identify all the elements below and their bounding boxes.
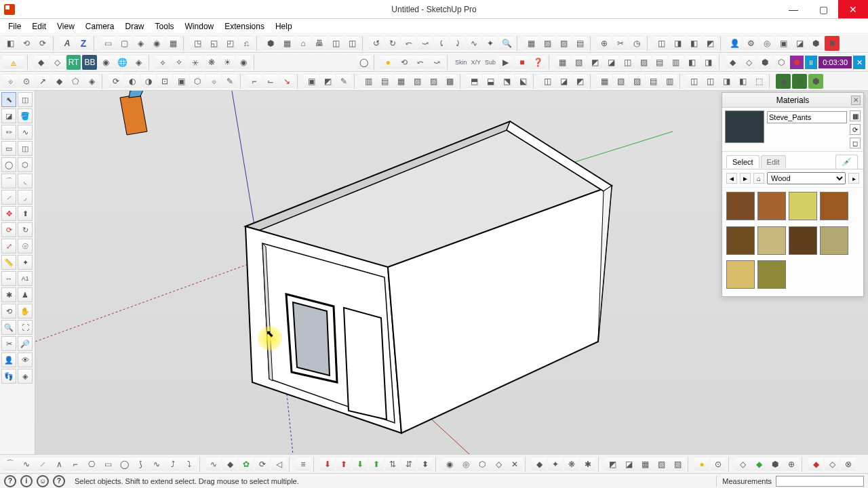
position-camera-icon[interactable]: 👤: [1, 352, 16, 367]
tool-icon[interactable]: ▧: [613, 74, 628, 89]
tool-icon[interactable]: ❓: [531, 55, 546, 70]
tool-icon[interactable]: ⤹: [434, 36, 449, 51]
tool-icon[interactable]: ▦: [524, 36, 538, 51]
tool-icon[interactable]: ⤸: [450, 36, 465, 51]
tool-icon[interactable]: ▥: [361, 74, 376, 89]
tool-icon[interactable]: ◈: [131, 55, 146, 70]
tool-icon[interactable]: 🌐: [115, 55, 130, 70]
tool-icon[interactable]: ●: [380, 55, 395, 70]
tool-icon[interactable]: ⬢: [808, 36, 823, 51]
tool-icon[interactable]: ◆: [532, 457, 547, 472]
zoom-extents-icon[interactable]: ⛶: [18, 320, 33, 335]
tool-icon[interactable]: ◎: [458, 457, 473, 472]
tool-icon[interactable]: ✦: [18, 255, 33, 270]
tool-icon[interactable]: ⚙: [743, 36, 758, 51]
record-icon[interactable]: [790, 56, 804, 69]
menu-file[interactable]: File: [3, 20, 26, 33]
paint-tool-icon[interactable]: 🪣: [18, 108, 33, 123]
tool-icon[interactable]: ◪: [604, 55, 618, 70]
tool-icon[interactable]: ⬢: [808, 74, 823, 89]
pan-tool-icon[interactable]: ✋: [18, 304, 33, 319]
tool-icon[interactable]: ⬡: [190, 74, 205, 89]
tool-icon[interactable]: ✧: [172, 55, 186, 70]
tool-icon[interactable]: ⌙: [263, 74, 278, 89]
tool-icon[interactable]: ∿: [149, 457, 164, 472]
rectangle-tool-icon[interactable]: ▭: [1, 141, 16, 156]
tape-tool-icon[interactable]: 📏: [1, 255, 16, 270]
tool-icon[interactable]: ☀: [220, 55, 235, 70]
tool-icon[interactable]: ↻: [385, 36, 400, 51]
menu-edit[interactable]: Edit: [26, 20, 52, 33]
tool-icon[interactable]: ▥: [669, 55, 684, 70]
tool-icon[interactable]: ▦: [165, 36, 180, 51]
line-tool-icon[interactable]: ✏: [1, 125, 16, 140]
tool-icon[interactable]: ✂: [1, 336, 16, 351]
tool-icon[interactable]: ◩: [320, 74, 335, 89]
tool-icon[interactable]: ◈: [84, 74, 99, 89]
tool-icon[interactable]: ⊙: [711, 457, 726, 472]
tool-icon[interactable]: ▧: [410, 74, 425, 89]
tool-icon[interactable]: ↺: [369, 36, 384, 51]
tool-icon[interactable]: ◉: [149, 36, 164, 51]
eyedropper-icon[interactable]: 💉: [835, 155, 858, 169]
tool-icon[interactable]: ⬇: [320, 457, 335, 472]
tab-edit[interactable]: Edit: [761, 155, 786, 168]
tool-icon[interactable]: ⬔: [499, 74, 514, 89]
minimize-button[interactable]: —: [778, 0, 808, 18]
menu-help[interactable]: Help: [270, 20, 298, 33]
nav-forward-icon[interactable]: ►: [740, 173, 751, 184]
tool-icon[interactable]: 🖶: [312, 36, 327, 51]
tool-icon[interactable]: ⟋: [35, 457, 50, 472]
tool-icon[interactable]: ◇: [792, 74, 807, 89]
tool-icon[interactable]: ◆: [808, 457, 823, 472]
dimension-tool-icon[interactable]: ↔: [1, 271, 16, 286]
tool-icon[interactable]: 🔍: [499, 36, 514, 51]
tool-icon[interactable]: ⌒: [3, 457, 18, 472]
section-tool-icon[interactable]: ◈: [18, 369, 33, 384]
materials-header[interactable]: Materials ✕: [722, 93, 863, 108]
tool-icon[interactable]: ◞: [18, 190, 33, 205]
tool-icon[interactable]: ⤺: [401, 36, 416, 51]
tool-icon[interactable]: ▤: [646, 74, 660, 89]
walk-tool-icon[interactable]: 👣: [1, 369, 16, 384]
tool-icon[interactable]: ⟆: [133, 457, 148, 472]
tool-icon[interactable]: ⟳: [108, 74, 123, 89]
nav-home-icon[interactable]: ⌂: [753, 173, 764, 184]
tool-icon[interactable]: ◫: [686, 74, 701, 89]
tool-icon[interactable]: ◧: [685, 55, 700, 70]
tool-icon[interactable]: ▨: [670, 457, 685, 472]
tool-icon[interactable]: ◟: [18, 174, 33, 188]
tool-icon[interactable]: ⎔: [84, 457, 99, 472]
tool-icon[interactable]: ◫: [18, 92, 33, 107]
tool-icon[interactable]: ◩: [703, 36, 717, 51]
menu-camera[interactable]: Camera: [80, 20, 120, 33]
axes-tool-icon[interactable]: ✱: [1, 287, 16, 302]
circle-tool-icon[interactable]: ◯: [1, 157, 16, 172]
material-swatch[interactable]: [757, 226, 786, 255]
tool-icon[interactable]: ◫: [540, 74, 555, 89]
tool-icon[interactable]: ✱: [580, 457, 595, 472]
rotate-tool-icon[interactable]: ⟳: [1, 222, 16, 237]
scale-tool-icon[interactable]: ⤢: [1, 239, 16, 253]
tool-icon[interactable]: ▣: [776, 36, 791, 51]
tool-icon[interactable]: ∿: [19, 457, 34, 472]
tool-icon[interactable]: ⌐: [247, 74, 262, 89]
material-swatch[interactable]: [820, 192, 848, 220]
tool-icon[interactable]: ⬢: [263, 36, 278, 51]
tool-icon[interactable]: ⬠: [68, 74, 83, 89]
recorder-close-icon[interactable]: ✕: [853, 56, 865, 69]
followme-tool-icon[interactable]: ↻: [18, 222, 33, 237]
tool-icon[interactable]: ◩: [572, 74, 587, 89]
arc-tool-icon[interactable]: ⌒: [1, 174, 16, 188]
tool-icon[interactable]: ⊕: [597, 36, 612, 51]
tool-icon[interactable]: ▦: [637, 457, 652, 472]
tool-icon[interactable]: ⬍: [418, 457, 433, 472]
current-material-swatch[interactable]: [725, 110, 764, 143]
mirror-tool-icon[interactable]: ⟁: [3, 55, 24, 70]
tool-icon[interactable]: ▨: [629, 74, 644, 89]
tool-icon[interactable]: ◨: [670, 36, 685, 51]
tool-icon[interactable]: ◇: [825, 457, 840, 472]
tool-icon[interactable]: ◎: [760, 36, 774, 51]
tool-icon[interactable]: ⬢: [757, 55, 772, 70]
material-swatch[interactable]: [757, 260, 786, 289]
